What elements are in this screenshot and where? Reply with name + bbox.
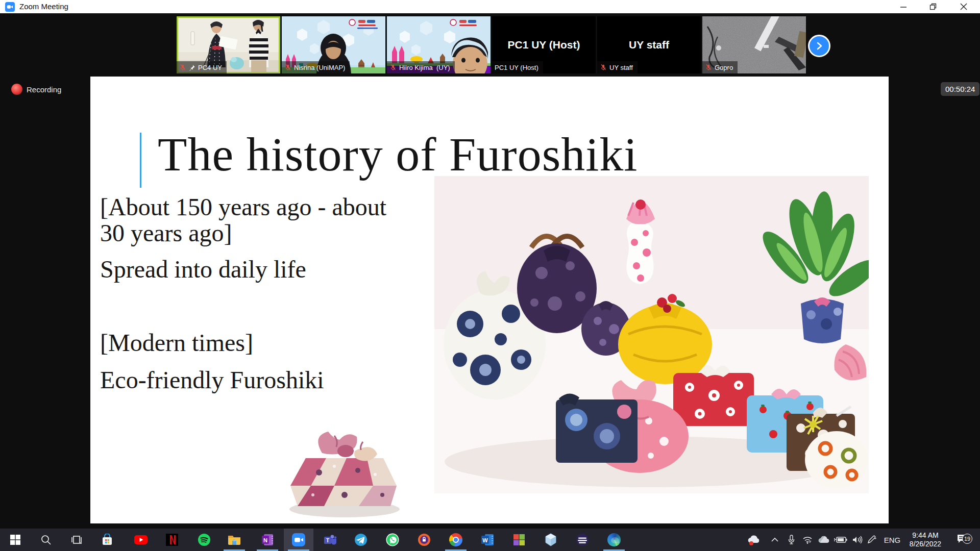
telegram-icon (354, 533, 368, 546)
participant-label: PC4 UY (177, 61, 227, 73)
netflix-icon (166, 534, 178, 546)
spotify-button[interactable] (189, 529, 219, 551)
slide-title: The history of Furoshiki (158, 127, 638, 182)
firefox-focus-button[interactable] (409, 529, 439, 551)
slide-text-line: Spread into daily life (100, 255, 306, 283)
cloud-alert-icon (747, 534, 762, 546)
tray-language[interactable]: ENG (881, 529, 903, 551)
mic-muted-icon (179, 64, 186, 71)
edge-button[interactable] (599, 529, 629, 551)
edge-icon (607, 533, 621, 546)
shared-screen-slide: The history of Furoshiki [About 150 year… (90, 77, 889, 523)
recording-label: Recording (27, 85, 61, 94)
clock-time: 9:44 AM (910, 531, 941, 540)
clock-date: 8/26/2022 (910, 540, 941, 548)
next-participants-button[interactable] (808, 35, 830, 57)
pin-icon (189, 64, 195, 71)
tray-clock[interactable]: 9:44 AM 8/26/2022 (904, 529, 946, 551)
word-icon: W (481, 534, 494, 546)
slide-text-line: [Modern times] (100, 329, 253, 357)
event-logos (450, 19, 477, 26)
participant-label: Nisrina (UniMAP) (282, 61, 350, 73)
firefox-focus-icon (418, 533, 431, 546)
tray-wifi[interactable] (799, 529, 816, 551)
mic-muted-icon (389, 64, 397, 71)
zoom-taskbar-button[interactable] (284, 529, 313, 551)
mic-muted-icon (284, 64, 291, 71)
window-title: Zoom Meeting (19, 2, 68, 11)
tray-battery[interactable] (832, 529, 849, 551)
zoom-app-icon (5, 2, 15, 12)
file-explorer-icon (228, 534, 241, 545)
chevron-up-icon (771, 537, 779, 542)
wifi-icon (802, 536, 813, 544)
participant-name: Hiiro Kijima (UY) (399, 64, 450, 71)
task-view-icon (71, 534, 82, 545)
recording-indicator-icon (11, 84, 22, 95)
action-center-button[interactable]: 19 (950, 529, 974, 551)
tray-pen[interactable] (863, 529, 880, 551)
eclipse-icon (576, 533, 589, 546)
file-explorer-button[interactable] (219, 529, 249, 551)
pink-dot-bottle-wrap (626, 199, 655, 284)
telegram-button[interactable] (346, 529, 376, 551)
chrome-button[interactable] (441, 529, 471, 551)
zoom-meeting-window: Zoom Meeting (0, 0, 980, 551)
window-titlebar: Zoom Meeting (0, 0, 980, 14)
youtube-button[interactable] (126, 529, 156, 551)
speaker-icon (852, 536, 863, 544)
participant-name: PC1 UY (Host) (495, 64, 538, 71)
search-icon (40, 534, 52, 545)
microsoft-store-button[interactable] (92, 529, 122, 551)
pink-furoshiki-photo (273, 409, 412, 521)
participant-tile-uy-staff[interactable]: UY staff UY staff (597, 16, 701, 73)
participant-tile-hiiro[interactable]: Hiiro Kijima (UY) (387, 16, 491, 73)
start-button[interactable] (1, 529, 30, 551)
slide-accent-bar (140, 133, 141, 188)
task-view-button[interactable] (62, 529, 91, 551)
tray-expand-button[interactable] (767, 529, 783, 551)
whatsapp-icon (386, 533, 399, 546)
participant-tile-pc4-uy[interactable]: PC4 UY (177, 16, 280, 73)
participant-tile-nisrina[interactable]: Nisrina (UniMAP) (282, 16, 385, 73)
zoom-icon (292, 533, 305, 546)
red-floral-box (673, 365, 754, 426)
chrome-icon (449, 533, 462, 546)
tray-microphone[interactable] (783, 529, 799, 551)
participant-tile-pc1-uy[interactable]: PC1 UY (Host) PC1 UY (Host) (492, 16, 596, 73)
spotify-icon (198, 533, 211, 546)
onenote-button[interactable]: N (253, 529, 282, 551)
windows-taskbar: N T W (0, 529, 980, 551)
navy-circle-box (556, 393, 638, 463)
whatsapp-button[interactable] (378, 529, 407, 551)
slide-text-line: Eco-friendly Furoshiki (100, 366, 324, 394)
microphone-icon (788, 535, 795, 545)
onenote-icon: N (261, 534, 274, 546)
notification-count-badge: 19 (962, 534, 972, 544)
participant-tile-gopro[interactable]: Gopro (702, 16, 806, 73)
onedrive-cloud-icon (818, 536, 830, 544)
eclipse-button[interactable] (568, 529, 597, 551)
restore-button[interactable] (921, 0, 945, 13)
tray-onedrive[interactable] (816, 529, 832, 551)
word-button[interactable]: W (473, 529, 502, 551)
slide-text-line: 30 years ago] (100, 219, 232, 247)
weather-cloud-tray[interactable] (744, 529, 765, 551)
close-button[interactable] (952, 0, 975, 13)
microsoft-squares-button[interactable] (504, 529, 534, 551)
microsoft-store-icon (101, 534, 113, 546)
search-button[interactable] (31, 529, 61, 551)
participant-name: Gopro (715, 64, 733, 71)
windows-logo-icon (10, 534, 21, 545)
cube-app-button[interactable] (536, 529, 566, 551)
participant-label: PC1 UY (Host) (492, 61, 543, 73)
youtube-icon (134, 534, 148, 545)
3d-cube-icon (545, 533, 557, 546)
minimize-button[interactable] (892, 0, 915, 13)
teams-button[interactable]: T (315, 529, 345, 551)
language-indicator: ENG (884, 536, 901, 544)
netflix-button[interactable] (157, 529, 187, 551)
pen-icon (866, 535, 876, 545)
mic-muted-icon (600, 64, 607, 71)
meeting-timer: 00:50:24 (941, 82, 979, 96)
